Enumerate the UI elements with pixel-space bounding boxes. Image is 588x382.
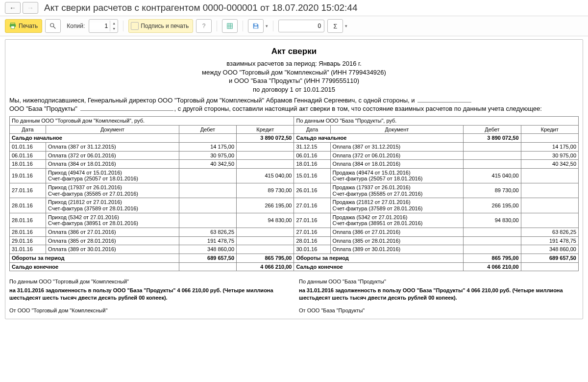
footer-right-from: От ООО "База "Продукты" (299, 307, 579, 314)
cell (464, 142, 521, 151)
cell: Оплата (372 от 06.01.2016) (330, 151, 464, 160)
cell: 28.01.16 (294, 236, 330, 245)
cell (521, 183, 578, 198)
table-row: 31.01.16Оплата (389 от 30.01.2016)348 86… (10, 245, 579, 254)
cell (464, 160, 521, 169)
cell: 415 040,00 (237, 168, 294, 183)
table-row: 29.01.16Оплата (385 от 28.01.2016)191 47… (10, 236, 579, 245)
sign-and-stamp-button[interactable]: Подпись и печать (128, 19, 193, 33)
table-row: 18.01.16Оплата (384 от 18.01.2016)40 342… (10, 160, 579, 169)
svg-rect-6 (254, 26, 258, 28)
copies-label: Копий: (67, 23, 85, 29)
cell: 29.01.16 (10, 236, 46, 245)
cell (464, 151, 521, 160)
cell: 30.01.16 (294, 245, 330, 254)
copies-input[interactable] (89, 23, 110, 29)
cell: 27.01.16 (10, 183, 46, 198)
col-credit: Кредит (521, 125, 578, 134)
cell (237, 151, 294, 160)
export-button[interactable] (222, 19, 238, 33)
closing-balance-row: Сальдо конечное4 066 210,00Сальдо конечн… (10, 262, 579, 271)
copies-stepper[interactable]: ▲ ▼ (89, 19, 118, 33)
cell: Продажа (17937 от 26.01.2016) Счет-факту… (330, 183, 464, 198)
footer: По данным ООО "Торговый дом "Комплексный… (9, 278, 579, 314)
nav-forward-button[interactable]: → (23, 2, 38, 14)
preview-button[interactable] (45, 19, 61, 33)
preamble-text: Мы, нижеподписавшиеся, Генеральный дирек… (9, 97, 579, 113)
cell: 89 730,00 (237, 183, 294, 198)
cell (237, 245, 294, 254)
svg-line-4 (53, 26, 55, 28)
cell: 30 975,00 (521, 151, 578, 160)
cell: 27.01.16 (294, 213, 330, 228)
cell: 415 040,00 (464, 168, 521, 183)
party-right-header: По данным ООО "База "Продукты", руб. (294, 116, 579, 125)
sigma-icon: Σ (333, 23, 337, 30)
page-number-input[interactable] (278, 20, 324, 32)
cell: 27.01.16 (294, 198, 330, 213)
cell: Оплата (386 от 27.01.2016) (330, 228, 464, 236)
cell: 14 175,00 (179, 142, 236, 151)
cell: 15.01.16 (294, 168, 330, 183)
cell: 28.01.16 (10, 228, 46, 236)
separator (273, 21, 273, 31)
help-button[interactable]: ? (196, 19, 212, 33)
cell (179, 213, 236, 228)
sum-chevron-icon[interactable]: ▾ (345, 24, 347, 28)
footer-left-summary: на 31.01.2016 задолженность в пользу ООО… (9, 287, 289, 301)
cell: Оплата (387 от 31.12.2015) (330, 142, 464, 151)
separator (243, 21, 243, 31)
cell: Оплата (386 от 27.01.2016) (46, 228, 179, 236)
cell: 31.12.15 (294, 142, 330, 151)
cell: 348 860,00 (521, 245, 578, 254)
sign-label: Подпись и печать (141, 23, 189, 29)
cell (521, 168, 578, 183)
print-button[interactable]: Печать (5, 19, 42, 33)
sum-button[interactable]: Σ (327, 19, 343, 33)
cell: Оплата (389 от 30.01.2016) (46, 245, 179, 254)
cell: Оплата (389 от 30.01.2016) (330, 245, 464, 254)
cell: 26.01.16 (294, 183, 330, 198)
cell: Продажа (21812 от 27.01.2016) Счет-факту… (330, 198, 464, 213)
cell: Приход (5342 от 27.01.2016) Счет-фактура… (46, 213, 179, 228)
cell (237, 142, 294, 151)
cell: 06.01.16 (10, 151, 46, 160)
save-button[interactable] (248, 19, 264, 33)
toolbar: Печать Копий: ▲ ▼ Подпись и печать ? ▾ (0, 16, 588, 36)
cell: Оплата (385 от 28.01.2016) (46, 236, 179, 245)
separator (217, 21, 217, 31)
cell: 191 478,75 (179, 236, 236, 245)
col-credit: Кредит (237, 125, 294, 134)
table-row: 28.01.16Приход (5342 от 27.01.2016) Счет… (10, 213, 579, 228)
cell: Приход (17937 от 26.01.2016) Счет-фактур… (46, 183, 179, 198)
window-title: Акт сверки расчетов с контрагентом 0000-… (44, 2, 358, 13)
cell (521, 213, 578, 228)
col-date: Дата (294, 125, 330, 134)
nav-back-button[interactable]: ← (5, 2, 21, 14)
titlebar: ← → Акт сверки расчетов с контрагентом 0… (0, 0, 588, 16)
cell: 01.01.16 (10, 142, 46, 151)
table-row: 28.01.16Приход (21812 от 27.01.2016) Сче… (10, 198, 579, 213)
svg-rect-7 (255, 24, 257, 26)
cell: 63 826,25 (521, 228, 578, 236)
cell (464, 228, 521, 236)
doc-title: Акт сверки (9, 47, 579, 56)
cell: 18.01.16 (294, 160, 330, 169)
cell: 348 860,00 (179, 245, 236, 254)
cell: Приход (49474 от 15.01.2016) Счет-фактур… (46, 168, 179, 183)
cell: 27.01.16 (294, 228, 330, 236)
magnifier-icon (49, 23, 56, 29)
cell: 06.01.16 (294, 151, 330, 160)
copies-down-icon[interactable]: ▼ (110, 26, 118, 31)
copies-up-icon[interactable]: ▲ (110, 21, 118, 26)
cell (237, 236, 294, 245)
save-chevron-icon[interactable]: ▾ (266, 24, 268, 28)
footer-left-from: От ООО "Торговый дом "Комплексный" (9, 307, 289, 314)
footer-left: По данным ООО "Торговый дом "Комплексный… (9, 278, 289, 314)
floppy-icon (252, 23, 259, 29)
cell (464, 245, 521, 254)
cell (464, 236, 521, 245)
cell (179, 168, 236, 183)
table-row: 19.01.16Приход (49474 от 15.01.2016) Сче… (10, 168, 579, 183)
checkbox-icon[interactable] (131, 22, 139, 30)
